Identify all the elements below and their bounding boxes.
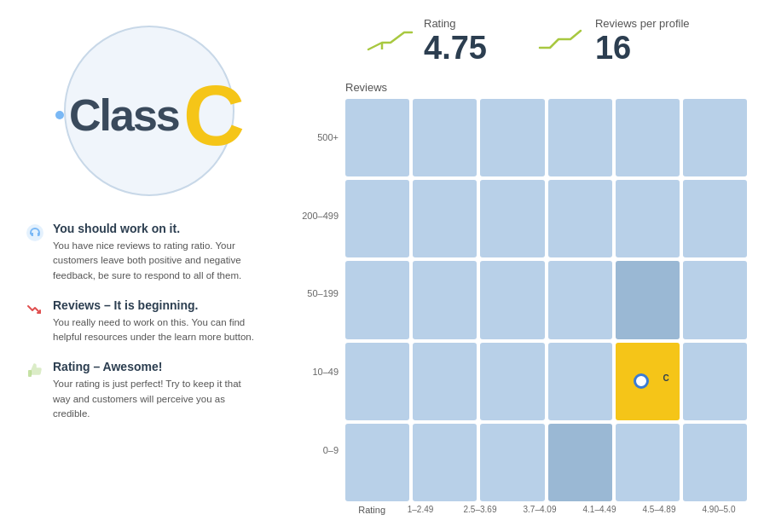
headset-icon (26, 223, 44, 242)
feedback-item-reviews: Reviews – It is beginning. You really ne… (26, 298, 281, 345)
reviews-trend-icon (538, 24, 585, 58)
grid-cell-2-3 (548, 261, 612, 338)
grid-cell-1-5 (683, 180, 747, 257)
feedback-section: You should work on it. You have nice rev… (17, 222, 281, 421)
feedback-desc-reviews: You really need to work on this. You can… (53, 315, 258, 345)
right-panel: Rating 4.75 Reviews per profile 16 Revie… (281, 17, 747, 515)
grid-cell-4-2 (480, 424, 544, 501)
feedback-item-work: You should work on it. You have nice rev… (26, 222, 281, 283)
grid-cell-4-3 (548, 424, 612, 501)
grid-cell-2-1 (413, 261, 477, 338)
x-label-0: 1–2.49 (392, 505, 449, 515)
y-label-500: 500+ (298, 133, 339, 142)
grid-cell-1-2 (480, 180, 544, 257)
feedback-content-rating: Rating – Awesome! Your rating is just pe… (53, 360, 258, 421)
feedback-title-work: You should work on it. (53, 222, 258, 235)
stat-reviews-value: 16 (595, 32, 690, 64)
stat-rating-info: Rating 4.75 (424, 17, 487, 64)
y-label-10: 10–49 (298, 367, 339, 377)
feedback-title-reviews: Reviews – It is beginning. (53, 298, 258, 312)
feedback-item-rating: Rating – Awesome! Your rating is just pe… (26, 360, 281, 421)
grid-row-1 (345, 180, 747, 257)
grid-cell-0-4 (616, 99, 680, 176)
brand-name: Class (69, 90, 179, 141)
cell-marker (634, 373, 649, 389)
grid-cell-3-2 (480, 343, 544, 420)
x-label-3: 4.1–4.49 (571, 505, 628, 515)
grid-cell-4-4 (616, 424, 680, 501)
grid-cell-2-2 (480, 261, 544, 338)
grid-row-2 (345, 261, 747, 338)
x-label-5: 4.90–5.0 (691, 505, 747, 515)
stat-rating-value: 4.75 (424, 32, 487, 64)
grid-cell-4-5 (683, 424, 747, 501)
grid-cell-3-0 (345, 343, 409, 420)
brand-letter: C (183, 72, 243, 158)
x-label-1: 2.5–3.69 (452, 505, 508, 515)
grid-cell-2-0 (345, 261, 409, 338)
grid-cell-0-2 (480, 99, 544, 176)
thumbs-up-icon (26, 361, 44, 380)
grid-cell-1-1 (413, 180, 477, 257)
x-axis: 1–2.49 2.5–3.69 3.7–4.09 4.1–4.49 4.5–4.… (392, 501, 747, 515)
grid-cell-3-3 (548, 343, 612, 420)
x-axis-rating-label: Rating (345, 501, 392, 515)
x-label-4: 4.5–4.89 (631, 505, 687, 515)
grid-cell-0-1 (413, 99, 477, 176)
feedback-content-reviews: Reviews – It is beginning. You really ne… (53, 298, 258, 345)
grid-cell-4-1 (413, 424, 477, 501)
grid-row-3: C (345, 343, 747, 420)
stat-reviews: Reviews per profile 16 (538, 17, 690, 64)
grid-row-4 (345, 424, 747, 501)
feedback-content-work: You should work on it. You have nice rev… (53, 222, 258, 283)
brand-text: Class C (55, 72, 243, 158)
left-panel: Class C You should work on it. You have … (17, 17, 281, 515)
x-axis-wrapper: Rating 1–2.49 2.5–3.69 3.7–4.09 4.1–4.49… (345, 501, 747, 515)
grid-cell-0-5 (683, 99, 747, 176)
stats-row: Rating 4.75 Reviews per profile 16 (298, 17, 747, 64)
grid-reviews-label: Reviews (298, 81, 747, 94)
grid-cell-3-1 (413, 343, 477, 420)
rating-trend-icon (367, 24, 414, 58)
grid-cell-1-4 (616, 180, 680, 257)
dot-accent (55, 111, 64, 119)
brand-area: Class C (17, 26, 281, 205)
grid-body: 500+ 200–499 50–199 10–49 0–9 (298, 99, 747, 515)
grid-cell-2-4 (616, 261, 680, 338)
grid-cell-1-3 (548, 180, 612, 257)
grid-cell-4-0 (345, 424, 409, 501)
y-label-200: 200–499 (298, 211, 339, 221)
stat-reviews-label: Reviews per profile (595, 17, 690, 30)
svg-rect-1 (28, 370, 32, 377)
trend-down-icon (26, 300, 44, 319)
stat-reviews-info: Reviews per profile 16 (595, 17, 690, 64)
cell-marker-label: C (663, 373, 669, 383)
y-label-0: 0–9 (298, 446, 339, 455)
grid-cell-1-0 (345, 180, 409, 257)
stat-rating: Rating 4.75 (367, 17, 487, 64)
y-label-50: 50–199 (298, 289, 339, 298)
feedback-desc-rating: Your rating is just perfect! Try to keep… (53, 377, 258, 421)
x-label-2: 3.7–4.09 (512, 505, 568, 515)
feedback-desc-work: You have nice reviews to rating ratio. Y… (53, 239, 258, 283)
stat-rating-label: Rating (424, 17, 487, 30)
grid-cell-0-3 (548, 99, 612, 176)
grid-cell-0-0 (345, 99, 409, 176)
grid-cell-3-5 (683, 343, 747, 420)
grid-cell-3-4: C (616, 343, 680, 420)
grid-section: Reviews 500+ 200–499 50–199 10–49 0–9 (298, 81, 747, 515)
grid-content: C (345, 99, 747, 515)
grid-rows: C (345, 99, 747, 501)
feedback-title-rating: Rating – Awesome! (53, 360, 258, 373)
grid-cell-2-5 (683, 261, 747, 338)
grid-row-0 (345, 99, 747, 176)
y-axis: 500+ 200–499 50–199 10–49 0–9 (298, 99, 345, 515)
svg-point-0 (26, 224, 43, 241)
